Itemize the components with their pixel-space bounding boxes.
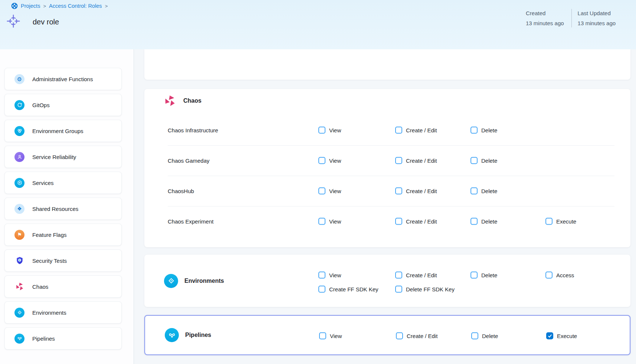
sidebar-item-label: Environments xyxy=(32,310,66,316)
pipelines-icon xyxy=(14,334,24,344)
permission-create-ff-sdk-key[interactable]: Create FF SDK Key xyxy=(318,286,378,293)
permission-label: View xyxy=(329,158,341,164)
card-header: Chaos xyxy=(163,94,201,108)
card-header: Environments xyxy=(164,274,224,288)
permission-delete[interactable]: Delete xyxy=(471,332,498,340)
breadcrumb-link-projects[interactable]: Projects xyxy=(21,3,40,9)
permission-delete-ff-sdk-key[interactable]: Delete FF SDK Key xyxy=(395,286,455,293)
permission-label: View xyxy=(329,272,341,278)
permission-create-edit[interactable]: Create / Edit xyxy=(395,272,437,279)
delete-checkbox[interactable] xyxy=(471,127,478,134)
delete-checkbox[interactable] xyxy=(471,332,478,340)
permission-view[interactable]: View xyxy=(318,157,341,164)
delete-ff-sdk-key-checkbox[interactable] xyxy=(395,286,402,293)
create-edit-checkbox[interactable] xyxy=(396,332,403,340)
view-checkbox[interactable] xyxy=(318,188,325,195)
permission-create-edit[interactable]: Create / Edit xyxy=(395,127,437,134)
permission-create-edit[interactable]: Create / Edit xyxy=(395,218,437,225)
permission-view[interactable]: View xyxy=(319,332,342,340)
create-edit-checkbox[interactable] xyxy=(395,272,402,279)
row-label: ChaosHub xyxy=(168,188,194,194)
permission-access[interactable]: Access xyxy=(545,272,574,279)
view-checkbox[interactable] xyxy=(318,157,325,164)
permission-create-edit[interactable]: Create / Edit xyxy=(395,157,437,164)
sidebar-item-label: Shared Resources xyxy=(32,206,78,212)
chaos-icon xyxy=(163,94,177,108)
sidebar-item-environment-groups[interactable]: Environment Groups xyxy=(4,120,122,142)
delete-checkbox[interactable] xyxy=(471,188,478,195)
permission-view[interactable]: View xyxy=(318,127,341,134)
permission-label: View xyxy=(329,188,341,194)
permission-label: Create / Edit xyxy=(406,127,437,133)
create-edit-checkbox[interactable] xyxy=(395,157,402,164)
permission-label: Access xyxy=(556,272,574,278)
create-edit-checkbox[interactable] xyxy=(395,188,402,195)
sidebar-item-label: GitOps xyxy=(32,102,50,108)
sidebar-item-pipelines[interactable]: Pipelines xyxy=(4,327,122,350)
execute-checkbox[interactable] xyxy=(546,332,553,340)
sidebar-item-environments[interactable]: Environments xyxy=(4,301,122,324)
create-edit-checkbox[interactable] xyxy=(395,127,402,134)
sidebar-item-service-reliability[interactable]: Service Reliability xyxy=(4,146,122,168)
execute-checkbox[interactable] xyxy=(545,218,553,225)
projects-icon xyxy=(11,3,18,9)
environments-icon xyxy=(14,308,24,318)
view-checkbox[interactable] xyxy=(319,332,326,340)
pipelines-permissions-card: PipelinesViewCreate / EditDeleteExecute xyxy=(144,315,630,355)
access-checkbox[interactable] xyxy=(545,272,553,279)
sidebar-item-administrative-functions[interactable]: ⚙Administrative Functions xyxy=(4,68,122,90)
view-checkbox[interactable] xyxy=(318,218,325,225)
sidebar-item-chaos[interactable]: Chaos xyxy=(4,275,122,298)
permission-delete[interactable]: Delete xyxy=(471,157,497,164)
row-label: Chaos Experiment xyxy=(168,218,213,225)
sidebar-item-gitops[interactable]: GitOps xyxy=(4,94,122,116)
permission-view[interactable]: View xyxy=(318,188,341,195)
breadcrumb-link-access-control-roles[interactable]: Access Control: Roles xyxy=(49,3,102,9)
resource-sidebar: ⚙Administrative FunctionsGitOpsEnvironme… xyxy=(0,49,134,364)
sidebar-item-label: Chaos xyxy=(32,284,48,290)
page-title: dev role xyxy=(33,18,59,26)
permission-label: Create / Edit xyxy=(407,333,437,339)
permission-label: Delete FF SDK Key xyxy=(406,286,455,292)
permission-delete[interactable]: Delete xyxy=(471,218,497,225)
meta-divider xyxy=(571,9,572,27)
sidebar-item-security-tests[interactable]: Security Tests xyxy=(4,249,122,272)
shared-resources-icon: ❖ xyxy=(14,204,24,214)
view-checkbox[interactable] xyxy=(318,272,325,279)
sidebar-item-services[interactable]: Services xyxy=(4,172,122,194)
permission-delete[interactable]: Delete xyxy=(471,188,497,195)
create-ff-sdk-key-checkbox[interactable] xyxy=(318,286,325,293)
permission-label: Create / Edit xyxy=(406,158,437,164)
created-value: 13 minutes ago xyxy=(526,18,564,28)
permission-label: View xyxy=(329,127,341,133)
view-checkbox[interactable] xyxy=(318,127,325,134)
page-header: Projects>Access Control: Roles> dev role… xyxy=(0,0,636,49)
card-title: Pipelines xyxy=(185,332,211,338)
permission-view[interactable]: View xyxy=(318,272,341,279)
chaos-icon xyxy=(14,282,24,292)
sidebar-item-label: Pipelines xyxy=(32,335,55,342)
permission-execute[interactable]: Execute xyxy=(545,218,576,225)
sidebar-item-shared-resources[interactable]: ❖Shared Resources xyxy=(4,198,122,220)
row-chaoshub: ChaosHubViewCreate / EditDelete xyxy=(144,176,630,206)
create-edit-checkbox[interactable] xyxy=(395,218,402,225)
sidebar-item-feature-flags[interactable]: ⚑Feature Flags xyxy=(4,224,122,246)
delete-checkbox[interactable] xyxy=(471,272,478,279)
permission-label: Execute xyxy=(556,218,576,225)
card-title: Chaos xyxy=(183,97,201,104)
delete-checkbox[interactable] xyxy=(471,157,478,164)
last-updated-value: 13 minutes ago xyxy=(578,18,616,28)
permission-create-edit[interactable]: Create / Edit xyxy=(396,332,437,340)
admin-functions-icon: ⚙ xyxy=(14,74,24,84)
permission-label: View xyxy=(330,333,342,339)
breadcrumb: Projects>Access Control: Roles> xyxy=(11,3,108,9)
permission-create-edit[interactable]: Create / Edit xyxy=(395,188,437,195)
environments-icon xyxy=(164,274,178,288)
permission-delete[interactable]: Delete xyxy=(471,127,497,134)
permission-execute[interactable]: Execute xyxy=(546,332,577,340)
permission-rows: Chaos InfrastructureViewCreate / EditDel… xyxy=(144,115,630,236)
delete-checkbox[interactable] xyxy=(471,218,478,225)
permission-delete[interactable]: Delete xyxy=(471,272,497,279)
sidebar-item-label: Environment Groups xyxy=(32,128,83,134)
permission-view[interactable]: View xyxy=(318,218,341,225)
